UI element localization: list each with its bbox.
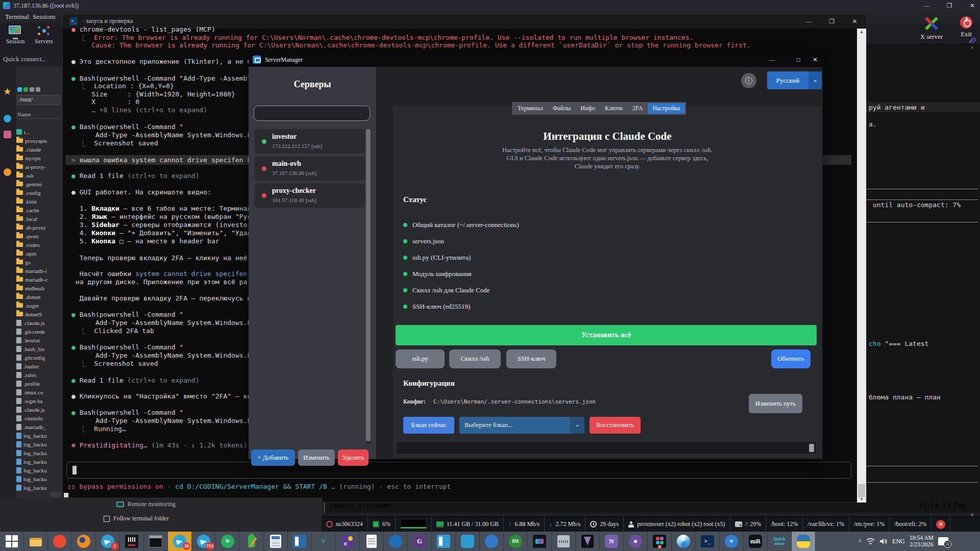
component-button[interactable]: SSH-ключ xyxy=(506,349,556,368)
maximize-icon[interactable]: ❐ xyxy=(820,14,843,29)
taskbar-item-v-tool[interactable]: V xyxy=(312,532,336,551)
follow-terminal-folder-checkbox[interactable]: Follow terminal folder xyxy=(104,515,169,522)
taskbar-item-obsidian[interactable] xyxy=(576,532,600,551)
taskbar-item-notepad[interactable] xyxy=(360,532,384,551)
edit-server-button[interactable]: Изменить xyxy=(298,449,335,466)
tab-ключи[interactable]: Ключи xyxy=(600,103,627,114)
hidden-icons-chevron[interactable]: ^ xyxy=(859,537,862,545)
server-search-input[interactable] xyxy=(254,106,370,121)
file-browser-toolbar[interactable] xyxy=(17,85,42,90)
tab-инфо[interactable]: Инфо xyxy=(576,103,600,114)
close-icon[interactable]: ✕ xyxy=(936,520,945,529)
tree-item[interactable]: .profile xyxy=(16,379,62,388)
tree-item[interactable]: .kimi xyxy=(16,197,62,206)
taskbar-item-gimp[interactable]: G xyxy=(408,532,432,551)
tree-item[interactable]: mariadb-c xyxy=(16,275,62,284)
remote-monitoring-toggle[interactable]: Remote monitoring xyxy=(116,500,176,508)
claude-input-box[interactable] xyxy=(66,462,851,479)
delete-server-button[interactable]: Удалить xyxy=(338,449,369,466)
taskbar-item-blue-doc[interactable] xyxy=(288,532,312,551)
taskbar-item-telegram-active[interactable]: 26 xyxy=(168,532,192,551)
tree-item[interactable]: .claude.js xyxy=(16,318,62,327)
language-dropdown[interactable]: Русский ⌄ xyxy=(767,71,822,89)
taskbar-item-bird-app[interactable] xyxy=(384,532,408,551)
taskbar-item-github[interactable]: ☻ xyxy=(624,532,648,551)
terminal-scrollbar[interactable]: ▲ ▼ xyxy=(857,29,866,503)
tree-item[interactable]: endlessh xyxy=(16,284,62,292)
tree-item[interactable]: .viminfo xyxy=(16,414,62,422)
component-button[interactable]: Скилл /ssh xyxy=(449,349,501,368)
tree-item[interactable]: .local xyxy=(16,214,62,223)
tree-item[interactable]: .mariadb_ xyxy=(16,422,62,431)
tab-файлы[interactable]: Файлы xyxy=(548,103,575,114)
tree-item[interactable]: log_backu xyxy=(16,474,62,483)
server-card[interactable]: investor173.212.212.157 [ssh] xyxy=(255,129,365,154)
toolbar-session-button[interactable]: Session xyxy=(1,26,30,45)
tree-item[interactable]: .gemini xyxy=(16,180,62,188)
scrollbar-thumb[interactable] xyxy=(809,444,814,452)
component-button[interactable]: ssh.py xyxy=(396,349,445,368)
info-button[interactable]: ⓘ xyxy=(741,73,756,88)
tree-item[interactable]: .bashrc xyxy=(16,362,62,370)
tab-терминал[interactable]: Терминал xyxy=(513,103,548,114)
taskbar-item-start[interactable] xyxy=(0,532,24,551)
scrollbar-up-icon[interactable]: ▲ xyxy=(857,30,866,34)
tree-item[interactable]: dotnet9 xyxy=(16,310,62,318)
maximize-icon[interactable]: □ xyxy=(791,53,806,67)
tab-настройка[interactable]: Настройка xyxy=(648,103,684,114)
quick-connect-field[interactable]: Quick connect... xyxy=(3,55,46,63)
download-arrow-icon[interactable] xyxy=(4,131,11,138)
tree-item[interactable]: myvpn xyxy=(16,154,62,162)
taskbar-item-cutter[interactable] xyxy=(336,532,360,551)
tree-item[interactable]: .zshrc xyxy=(16,370,62,379)
orange-tool-icon[interactable] xyxy=(4,168,11,176)
taskbar-item-cmd[interactable] xyxy=(144,532,168,551)
install-all-button[interactable]: Установить всё xyxy=(396,325,817,345)
taskbar-item-teal-app[interactable] xyxy=(456,532,480,551)
telegram-panel-icon[interactable] xyxy=(4,115,11,122)
taskbar-item-photos[interactable] xyxy=(432,532,456,551)
minimize-icon[interactable]: — xyxy=(764,53,779,67)
server-card[interactable]: proxy-checker161.97.118.40 [ssh] xyxy=(255,183,365,208)
tree-item[interactable]: log_backu xyxy=(16,466,62,474)
tree-item[interactable]: proxyapis xyxy=(16,136,62,145)
exit-button[interactable]: Exit xyxy=(953,16,979,38)
taskbar-item-firefox[interactable] xyxy=(72,532,96,551)
taskbar-item-calculator[interactable] xyxy=(264,532,288,551)
path-input[interactable]: /root/ xyxy=(17,95,61,105)
tree-item[interactable]: .claude.js xyxy=(16,405,62,414)
restore-button[interactable]: Восстановить xyxy=(590,417,641,434)
tree-item[interactable]: .bash_his xyxy=(16,344,62,353)
tree-item[interactable]: log_backu xyxy=(16,483,62,492)
tree-item[interactable]: log_backu xyxy=(16,457,62,466)
tree-item[interactable]: .ssh xyxy=(16,171,62,180)
tree-item[interactable]: .codex xyxy=(16,240,62,249)
tree-item[interactable]: .lesshst xyxy=(16,336,62,344)
menu-terminal[interactable]: Terminal xyxy=(5,13,29,21)
sidebar-scrollbar[interactable] xyxy=(366,129,371,444)
toolbar-servers-button[interactable]: Servers xyxy=(30,26,58,45)
taskbar-item-battery-editor[interactable] xyxy=(240,532,264,551)
taskbar-item-notion[interactable]: N xyxy=(600,532,624,551)
close-icon[interactable]: ✕ xyxy=(807,53,823,67)
refresh-button[interactable]: Обновить xyxy=(771,349,811,368)
scroll-up-chevron-icon[interactable]: ^ xyxy=(971,45,973,51)
server-card[interactable]: main-ovh37.187.136.86 [ssh] xyxy=(255,156,365,181)
change-path-button[interactable]: Изменить путь xyxy=(749,394,802,413)
tree-column-header[interactable]: Name xyxy=(17,111,60,119)
tree-item[interactable]: ai-proxy- xyxy=(16,162,62,171)
close-icon[interactable]: ✕ xyxy=(843,14,866,29)
tab-2fa[interactable]: 2FA xyxy=(628,103,647,114)
close-icon[interactable]: ✕ xyxy=(964,0,980,11)
notification-center-icon[interactable]: 32 xyxy=(938,537,948,545)
tree-item[interactable]: .config xyxy=(16,188,62,197)
tree-item[interactable]: .gitconfig xyxy=(16,353,62,362)
add-server-button[interactable]: + Добавить xyxy=(251,449,295,466)
minimize-icon[interactable]: — xyxy=(918,0,935,11)
scrollbar-thumb[interactable] xyxy=(858,484,865,497)
taskbar-item-blue-circle-app[interactable] xyxy=(480,532,504,551)
tree-item[interactable]: go xyxy=(16,258,62,266)
scrollbar-down-icon[interactable]: ▼ xyxy=(857,497,866,502)
language-indicator[interactable]: ENG xyxy=(892,538,905,545)
xserver-button[interactable]: X server xyxy=(917,16,946,41)
